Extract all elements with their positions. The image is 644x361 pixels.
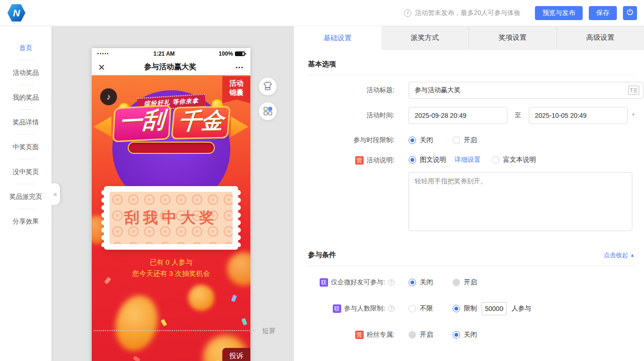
question-icon[interactable]: ? <box>388 305 395 312</box>
radio-on-icon <box>453 331 460 339</box>
activity-title-row: 活动标题: T * <box>308 82 635 99</box>
battery-indicator: 100% <box>219 51 245 57</box>
divider <box>17 60 34 60</box>
promo-title-part1: 一刮 <box>112 105 171 142</box>
coin-decor <box>188 285 214 311</box>
promo-area: ♪ 活动 锦囊 缤纷好礼 等你来拿 一刮 千金 刮我中 <box>92 75 250 361</box>
text-template-icon[interactable]: T <box>628 86 639 95</box>
start-time-input[interactable] <box>409 107 507 124</box>
divider <box>17 159 34 159</box>
radio-richtext-desc[interactable]: 富文本说明 <box>492 156 536 164</box>
activity-tips-ribbon[interactable]: 活动 锦囊 <box>222 76 250 103</box>
wecom-only-row: 联 仅企微好友可参与: ? 关闭 开启 <box>308 278 635 287</box>
close-icon[interactable]: × <box>98 62 105 73</box>
divider <box>17 85 34 85</box>
promo-title-part2: 千金 <box>171 106 231 139</box>
radio-time-limit-on[interactable]: 开启 <box>453 136 477 144</box>
radio-fans-off[interactable]: 关闭 <box>453 331 477 339</box>
tab-basic-settings[interactable]: 基础设置 <box>294 26 381 50</box>
preview-publish-button[interactable]: 预览与发布 <box>535 6 583 20</box>
radio-image-text-desc[interactable]: 图文说明 <box>409 156 446 164</box>
ribbon-line1: 活动 <box>222 79 250 88</box>
activity-description-textarea[interactable] <box>409 172 632 231</box>
sidebar-item-activity-prizes[interactable]: 活动奖品 <box>0 67 51 78</box>
radio-label: 图文说明 <box>420 156 446 164</box>
detail-settings-link[interactable]: 详细设置 <box>454 156 481 164</box>
radio-label: 关闭 <box>420 278 433 287</box>
scratch-ticket-surface[interactable]: 刮我中大奖 <box>110 192 233 244</box>
union-badge: 联 <box>333 304 341 313</box>
participant-limit-input[interactable] <box>482 302 507 315</box>
radio-on-icon <box>409 279 416 286</box>
phone-nav-bar: × 参与活动赢大奖 ••• <box>92 59 250 75</box>
section-title: 参与条件 <box>308 251 336 260</box>
shirt-icon <box>263 81 273 93</box>
radio-label: 开启 <box>464 136 477 144</box>
radio-on-icon <box>453 305 460 312</box>
participant-limit-suffix: 人参与 <box>512 304 531 313</box>
sidebar-item-prize-detail[interactable]: 奖品详情 <box>0 116 51 128</box>
time-slot-limit-row: 参与时段限制: 关闭 开启 <box>308 136 635 144</box>
sidebar-item-prizes-gone-page[interactable]: 奖品派完页 <box>0 191 51 202</box>
sidebar-item-my-prizes[interactable]: 我的奖品 <box>0 92 51 103</box>
radio-limit-limited[interactable]: 限制 <box>453 304 477 313</box>
save-button[interactable]: 保存 <box>589 6 617 20</box>
sidebar-item-share-effect[interactable]: 分享效果 <box>0 216 51 227</box>
radio-limit-unlimited[interactable]: 不限 <box>409 304 433 313</box>
basic-options-header: 基本选项 <box>308 50 635 75</box>
more-icon[interactable]: ••• <box>235 65 244 70</box>
activity-title-label: 活动标题: <box>308 86 395 94</box>
settings-content: 基本选项 活动标题: T * <box>294 50 644 353</box>
activity-description-row: 营 活动说明: 图文说明 详细设置 <box>308 156 635 231</box>
radio-label: 关闭 <box>420 136 433 144</box>
publish-notice: i 活动暂未发布，最多20人可参与体验 <box>404 9 520 17</box>
music-icon[interactable]: ♪ <box>100 88 117 105</box>
ribbon-line2: 锦囊 <box>222 88 250 97</box>
radio-time-limit-off[interactable]: 关闭 <box>409 136 433 144</box>
short-screen-label: 短屏 <box>262 327 275 335</box>
end-time-input[interactable] <box>529 107 628 124</box>
radio-label: 富文本说明 <box>503 156 536 164</box>
radio-on-icon <box>409 156 416 164</box>
activity-time-row: 活动时间: 至 * <box>308 107 635 124</box>
collapse-link-label: 点击收起 <box>604 251 628 260</box>
caret-up-icon: ▲ <box>630 253 635 258</box>
radio-wecom-on[interactable]: 开启 <box>453 278 477 287</box>
divider <box>17 209 34 209</box>
svg-text:T: T <box>630 88 633 93</box>
scratch-ticket[interactable]: 刮我中大奖 <box>104 186 238 250</box>
participation-stats: 已有 0 人参与 您今天还有 3 次抽奖机会 <box>92 257 250 279</box>
activity-time-label: 活动时间: <box>308 111 395 120</box>
radio-off-icon <box>453 137 460 144</box>
activity-title-input[interactable] <box>409 82 644 99</box>
phone-page-title: 参与活动赢大奖 <box>105 62 235 72</box>
marketing-badge: 营 <box>355 331 364 339</box>
divider <box>17 184 34 184</box>
tab-prize-settings[interactable]: 奖项设置 <box>468 26 556 50</box>
radio-wecom-off[interactable]: 关闭 <box>409 278 433 287</box>
section-title: 基本选项 <box>308 60 336 69</box>
scratch-text: 刮我中大奖 <box>124 208 218 228</box>
components-button[interactable] <box>259 102 277 120</box>
sidebar-item-win-page[interactable]: 中奖页面 <box>0 141 51 152</box>
time-slot-limit-label: 参与时段限制: <box>308 136 395 144</box>
power-button[interactable] <box>623 6 637 20</box>
theme-button[interactable] <box>259 78 277 95</box>
sidebar-item-lose-page[interactable]: 没中奖页 <box>0 166 51 177</box>
radio-label: 关闭 <box>464 331 477 339</box>
sidebar-item-home[interactable]: 首页 <box>0 42 51 53</box>
report-button[interactable]: 投诉 <box>222 348 250 361</box>
tab-award-method[interactable]: 派奖方式 <box>381 26 469 50</box>
coin-decor <box>110 291 163 355</box>
collapse-icon: « <box>53 190 57 198</box>
collapse-section-link[interactable]: 点击收起 ▲ <box>604 251 635 260</box>
radio-fans-on[interactable]: 开启 <box>409 331 433 339</box>
question-icon[interactable]: ? <box>388 279 395 286</box>
main-area: 首页 活动奖品 我的奖品 奖品详情 中奖页面 没中奖页 奖品派完页 分享效果 «… <box>0 26 644 361</box>
publish-notice-text: 活动暂未发布，最多20人可参与体验 <box>415 9 520 17</box>
tab-advanced-settings[interactable]: 高级设置 <box>556 26 644 50</box>
phone-status-bar: ••••• 1:21 AM 100% <box>92 48 250 59</box>
fans-exclusive-row: 营 粉丝专属: 开启 关闭 <box>308 331 635 339</box>
fans-exclusive-label: 粉丝专属: <box>366 331 395 339</box>
sidebar-collapse-handle[interactable]: « <box>51 183 60 205</box>
